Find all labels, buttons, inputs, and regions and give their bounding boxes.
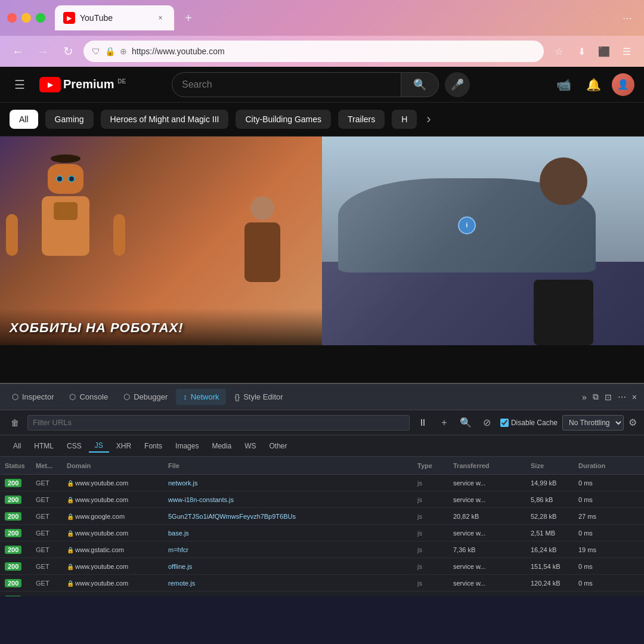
tab-console[interactable]: ⬡ Console xyxy=(62,389,115,405)
method-cell: GET xyxy=(33,596,64,597)
lock-icon: 🔒 xyxy=(105,47,115,56)
chip-h[interactable]: H xyxy=(392,110,417,129)
style-editor-icon: {} xyxy=(234,392,240,401)
status-badge: 200 xyxy=(5,562,21,571)
header-status[interactable]: Status xyxy=(2,462,33,469)
header-duration[interactable]: Duration xyxy=(576,462,624,469)
tab-style-editor[interactable]: {} Style Editor xyxy=(227,389,290,405)
table-row[interactable]: 200 GET 🔒www.youtube.com base.js js serv… xyxy=(0,525,644,541)
filter-media[interactable]: Media xyxy=(206,440,237,452)
chip-city-building[interactable]: City-Building Games xyxy=(236,110,331,129)
chips-more-button[interactable]: › xyxy=(424,112,433,127)
network-settings-button[interactable]: ⚙ xyxy=(628,417,637,428)
header-size[interactable]: Size xyxy=(528,462,576,469)
status-badge: 200 xyxy=(5,512,21,521)
header-method[interactable]: Met... xyxy=(33,462,64,469)
new-tab-button[interactable]: + xyxy=(179,8,198,27)
filter-images[interactable]: Images xyxy=(169,440,205,452)
extensions-button[interactable]: ⬛ xyxy=(595,42,613,60)
search-input[interactable] xyxy=(172,72,401,97)
devtools-undock-button[interactable]: ⊡ xyxy=(602,390,614,404)
tab-close-button[interactable]: × xyxy=(155,13,166,23)
devtools-close-button[interactable]: × xyxy=(630,390,639,404)
filter-js[interactable]: JS xyxy=(89,439,109,453)
table-row[interactable]: 200 GET 🔒www.youtube.com remote.js js se… xyxy=(0,575,644,592)
table-row[interactable]: 200 GET 🔒www.youtube.com miniplayer.js j… xyxy=(0,592,644,596)
back-button[interactable]: ← xyxy=(8,42,27,61)
video-thumbnail-1[interactable]: ХОББИТЫ НА РОБОТАХ! xyxy=(0,137,322,345)
devtools-more-button[interactable]: » xyxy=(580,390,589,404)
human-figure xyxy=(239,196,286,304)
table-row[interactable]: 200 GET 🔒www.youtube.com www-i18n-consta… xyxy=(0,491,644,508)
chip-trailers[interactable]: Trailers xyxy=(338,110,385,129)
filter-urls-input[interactable] xyxy=(27,415,410,431)
yt-chips: All Gaming Heroes of Might and Magic III… xyxy=(0,103,644,137)
chip-all[interactable]: All xyxy=(10,110,38,129)
thumb1-text: ХОББИТЫ НА РОБОТАХ! xyxy=(10,320,312,336)
tab-network[interactable]: ↕ Network xyxy=(176,389,226,405)
table-header: Status Met... Domain File Type Transferr… xyxy=(0,457,644,475)
size-cell: 14,99 kB xyxy=(528,479,576,487)
yt-menu-button[interactable]: ☰ xyxy=(10,73,30,97)
domain-cell: 🔒www.youtube.com xyxy=(64,479,166,487)
devtools-dock-button[interactable]: ⧉ xyxy=(590,389,601,404)
block-urls-button[interactable]: ⊘ xyxy=(479,414,496,431)
table-row[interactable]: 200 GET 🔒www.youtube.com network.js js s… xyxy=(0,475,644,491)
clear-network-button[interactable]: 🗑 xyxy=(7,416,23,430)
overflow-menu-button[interactable]: ⋯ xyxy=(618,8,637,27)
throttle-select[interactable]: No Throttling xyxy=(562,415,624,431)
filter-other[interactable]: Other xyxy=(263,440,293,452)
size-cell: 6,00 kB xyxy=(528,596,576,597)
forward-button[interactable]: → xyxy=(33,42,52,61)
status-cell: 200 xyxy=(2,596,33,597)
filter-css[interactable]: CSS xyxy=(61,440,88,452)
avatar[interactable]: 👤 xyxy=(612,73,634,96)
filter-all[interactable]: All xyxy=(7,440,27,452)
download-button[interactable]: ⬇ xyxy=(572,42,590,60)
microphone-button[interactable]: 🎤 xyxy=(445,72,470,97)
notifications-button[interactable]: 🔔 xyxy=(582,73,606,97)
header-transferred[interactable]: Transferred xyxy=(451,462,528,469)
close-button[interactable] xyxy=(7,13,17,23)
maximize-button[interactable] xyxy=(36,13,45,23)
address-bar[interactable]: 🛡 🔒 ⊕ https://www.youtube.com xyxy=(83,41,544,62)
yt-logo-de: DE xyxy=(117,78,126,85)
filter-xhr[interactable]: XHR xyxy=(110,440,137,452)
video-thumbnail-2[interactable]: i xyxy=(322,137,644,345)
search-network-button[interactable]: 🔍 xyxy=(457,414,474,431)
table-row[interactable]: 200 GET 🔒www.youtube.com offline.js js s… xyxy=(0,558,644,575)
file-cell: m=hfcr xyxy=(166,546,415,553)
minimize-button[interactable] xyxy=(21,13,31,23)
filter-html[interactable]: HTML xyxy=(28,440,60,452)
devtools-options-button[interactable]: ⋯ xyxy=(615,390,628,404)
browser-tab[interactable]: ▶ YouTube × xyxy=(55,5,174,30)
reload-button[interactable]: ↻ xyxy=(58,42,78,61)
shield2-icon: ⊕ xyxy=(120,47,127,56)
pause-recording-button[interactable]: ⏸ xyxy=(414,414,431,431)
header-type[interactable]: Type xyxy=(415,462,451,469)
console-icon: ⬡ xyxy=(69,392,76,401)
add-network-button[interactable]: + xyxy=(436,414,453,431)
filter-ws[interactable]: WS xyxy=(239,440,262,452)
table-row[interactable]: 200 GET 🔒www.gstatic.com m=hfcr js 7,36 … xyxy=(0,541,644,558)
header-file[interactable]: File xyxy=(166,462,415,469)
browser-menu-button[interactable]: ☰ xyxy=(618,42,636,60)
search-button[interactable]: 🔍 xyxy=(401,72,439,97)
tab-debugger[interactable]: ⬡ Debugger xyxy=(116,389,175,405)
header-domain[interactable]: Domain xyxy=(64,462,166,469)
filter-fonts[interactable]: Fonts xyxy=(138,440,168,452)
add-video-button[interactable]: 📹 xyxy=(552,73,576,97)
file-cell: base.js xyxy=(166,530,415,537)
duration-cell: 0 ms xyxy=(576,580,624,587)
status-badge: 200 xyxy=(5,596,21,597)
chip-heroes[interactable]: Heroes of Might and Magic III xyxy=(101,110,229,129)
table-row[interactable]: 200 GET 🔒www.google.com 5Gun2TJSo1iAfQWm… xyxy=(0,508,644,525)
filter-tabs: All HTML CSS JS XHR Fonts Images Media W… xyxy=(0,435,644,457)
disable-cache-checkbox[interactable] xyxy=(500,419,509,427)
chip-gaming[interactable]: Gaming xyxy=(45,110,94,129)
tab-inspector[interactable]: ⬡ Inspector xyxy=(5,389,61,405)
status-badge: 200 xyxy=(5,579,21,587)
nav-icons: ☆ ⬇ ⬛ ☰ xyxy=(550,42,636,60)
bookmark-button[interactable]: ☆ xyxy=(550,42,568,60)
transferred-cell: service w... xyxy=(451,596,528,597)
